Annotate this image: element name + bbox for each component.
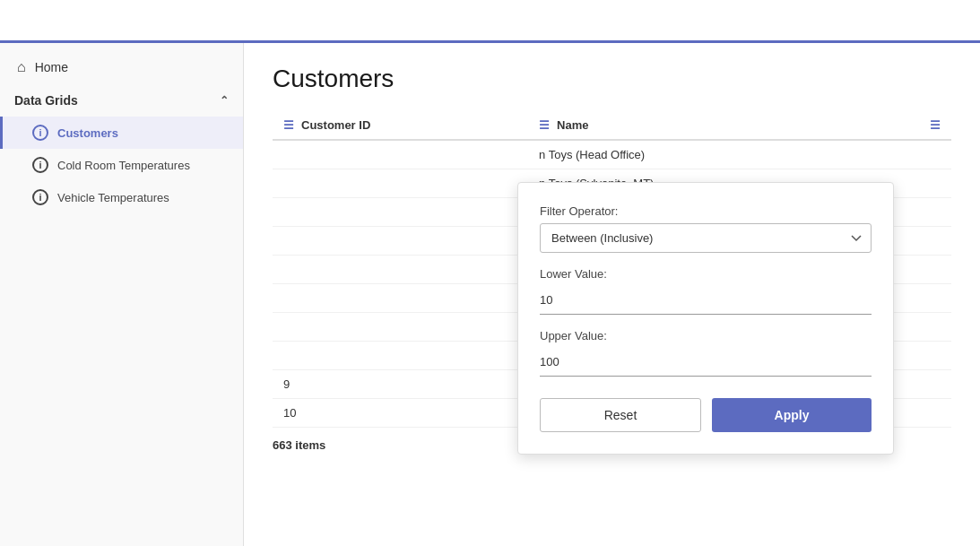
sidebar-item-vehicle[interactable]: i Vehicle Temperatures (0, 181, 243, 213)
filter-operator-label: Filter Operator: (540, 204, 872, 218)
sidebar-item-vehicle-label: Vehicle Temperatures (57, 191, 169, 204)
home-icon: ⌂ (17, 59, 26, 75)
column-header-name: ☰ Name ☰ (528, 111, 951, 140)
sidebar-home-label: Home (35, 60, 68, 74)
col-label-customer-id: Customer ID (301, 118, 370, 132)
cell-customer-id (273, 256, 528, 284)
filter-operator-select[interactable]: Between (Inclusive) Equals Not Equals Gr… (540, 223, 872, 253)
sidebar-item-cold-room[interactable]: i Cold Room Temperatures (0, 149, 243, 181)
top-bar (0, 0, 980, 43)
cell-customer-id (273, 169, 528, 198)
main-content: Customers ☰ Customer ID ☰ Name (244, 43, 980, 546)
lower-value-label: Lower Value: (540, 267, 872, 281)
cell-customer-id (273, 342, 528, 370)
cell-name: n Toys (Head Office) (528, 140, 951, 169)
sidebar-item-customers[interactable]: i Customers (0, 117, 243, 149)
upper-value-input[interactable] (540, 348, 872, 377)
chevron-down-icon: ⌃ (220, 94, 229, 107)
lower-value-input[interactable] (540, 286, 872, 315)
sidebar-item-cold-room-label: Cold Room Temperatures (57, 159, 190, 172)
cell-customer-id (273, 227, 528, 256)
filter-popup: Filter Operator: Between (Inclusive) Equ… (517, 182, 894, 455)
sidebar-home[interactable]: ⌂ Home (0, 50, 243, 84)
filter-icon-customer-id[interactable]: ☰ (283, 118, 294, 132)
cell-customer-id (273, 313, 528, 342)
sidebar-item-customers-label: Customers (57, 126, 118, 140)
sidebar-data-grids-label: Data Grids (14, 93, 78, 108)
info-icon-cold-room: i (32, 157, 48, 173)
table-row: n Toys (Head Office) (273, 140, 951, 169)
cell-customer-id (273, 140, 528, 169)
info-icon-vehicle: i (32, 189, 48, 205)
cell-customer-id: 10 (273, 399, 528, 428)
filter-icon-name[interactable]: ☰ (539, 118, 550, 132)
apply-button[interactable]: Apply (712, 398, 872, 432)
col-label-name: Name (557, 118, 588, 132)
reset-button[interactable]: Reset (540, 398, 701, 432)
sidebar: ⌂ Home Data Grids ⌃ i Customers i Cold R… (0, 43, 244, 546)
column-header-customer-id: ☰ Customer ID (273, 111, 528, 140)
sidebar-data-grids-group[interactable]: Data Grids ⌃ (0, 84, 243, 117)
cell-customer-id (273, 198, 528, 227)
page-title: Customers (273, 65, 951, 93)
upper-value-label: Upper Value: (540, 329, 872, 342)
cell-customer-id: 9 (273, 370, 528, 399)
cell-customer-id (273, 284, 528, 313)
filter-icon-name-right[interactable]: ☰ (930, 118, 941, 132)
info-icon-customers: i (32, 125, 48, 141)
